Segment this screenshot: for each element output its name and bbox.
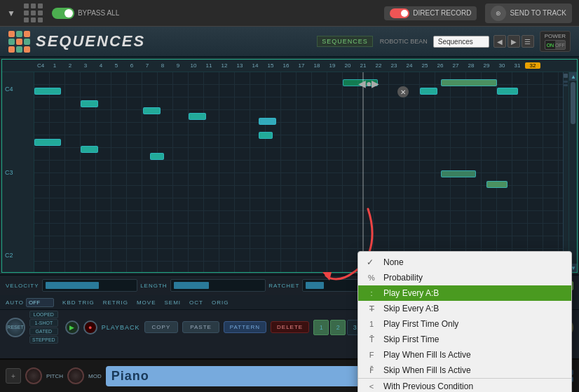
retrig-label: RETRIG [103, 299, 128, 306]
gated-mode[interactable]: GATED [29, 327, 58, 335]
run-button[interactable]: ▶ [65, 320, 79, 334]
direct-record-button[interactable]: DIRECT RECORD [384, 6, 477, 20]
direct-record-pill [390, 8, 409, 18]
dd-item-probability[interactable]: % Probability [358, 270, 571, 285]
retrig-section: RETRIG [103, 299, 128, 306]
preset-next-button[interactable]: ▶ [508, 35, 520, 48]
dd-item-play-first[interactable]: 1 Play First Time Only [358, 316, 571, 332]
scroll-up-arrow[interactable]: ▲ [569, 72, 577, 81]
bypass-toggle[interactable]: BYPASS ALL [52, 8, 119, 19]
ruler-num-3: 3 [78, 62, 93, 69]
note-3[interactable] [143, 107, 161, 114]
dd-item-none[interactable]: ✓ None [358, 255, 571, 270]
ruler-num-19: 19 [325, 62, 340, 69]
auto-dropdown[interactable]: OFF [26, 298, 54, 307]
playhead [362, 72, 364, 272]
condition-dropdown[interactable]: ✓ None % Probability : Play Every A:B T̶… [357, 251, 572, 392]
auto-section: AUTO OFF [6, 298, 54, 307]
key-c3: C3 [2, 158, 34, 187]
send-to-track-button[interactable]: ⊛ SEND TO TRACK [485, 4, 572, 23]
ruler-num-14: 14 [247, 62, 263, 69]
stepped-mode[interactable]: STEPPED [29, 336, 58, 344]
dd-item-play-every[interactable]: : Play Every A:B [358, 285, 571, 301]
note-15[interactable] [259, 132, 273, 139]
ruler-num-1: 1 [47, 62, 62, 69]
dd-item-skip-first[interactable]: T̄ Skip First Time [358, 332, 571, 347]
note-7[interactable] [420, 88, 437, 95]
ruler-num-15: 15 [263, 62, 278, 69]
mod-label: MOD [88, 373, 102, 379]
note-8[interactable] [441, 79, 497, 86]
ruler-num-10: 10 [186, 62, 201, 69]
playback-label: PLAYBACK [102, 324, 140, 331]
step-2[interactable]: 2 [330, 320, 346, 335]
dd-item-skip-every[interactable]: T̶ Skip Every A:B [358, 301, 571, 316]
semi-label: SEMI [165, 299, 182, 306]
pattern-button[interactable]: PATTERN [224, 321, 266, 333]
dd-label-skip-every: Skip Every A:B [383, 304, 563, 313]
piano-keys: C4 C3 C2 [2, 72, 34, 272]
ruler-num-29: 29 [479, 62, 494, 69]
move-section: MOVE [137, 299, 156, 306]
note-2[interactable] [81, 100, 98, 107]
ratchet-fill [306, 282, 323, 289]
ruler-num-26: 26 [432, 62, 448, 69]
mod-knob[interactable] [67, 367, 84, 384]
note-14[interactable] [486, 181, 508, 188]
preset-prev-button[interactable]: ◀ [493, 35, 506, 48]
delete-button[interactable]: DELETE [271, 321, 309, 333]
paste-button[interactable]: PASTE [182, 321, 219, 333]
delete-marker[interactable]: ✕ [397, 86, 409, 97]
scroll-track[interactable] [569, 81, 577, 264]
ruler-num-12: 12 [217, 62, 232, 69]
power-label: POWER [545, 33, 566, 39]
roll-grid[interactable]: ◀●▶ ✕ [34, 72, 568, 272]
note-1[interactable] [34, 88, 61, 95]
chevron-down-icon[interactable]: ▼ [7, 8, 15, 18]
power-button[interactable]: POWER ON OFF [540, 31, 571, 52]
ruler-num-9: 9 [170, 62, 186, 69]
roll-scroll: C4 C3 C2 [2, 72, 577, 272]
note-11[interactable] [81, 146, 98, 153]
skip-first-shortcut: T̄ [367, 335, 376, 344]
note-9[interactable] [497, 88, 518, 95]
piano-roll-area: C4 1 2 3 4 5 6 7 8 9 10 11 12 13 14 15 1… [1, 59, 578, 273]
add-track-button[interactable]: + [6, 368, 21, 384]
power-switch[interactable]: ON OFF [545, 40, 566, 50]
move-label: MOVE [137, 299, 156, 306]
reset-knob[interactable]: RESET [6, 318, 25, 337]
note-4[interactable] [189, 113, 206, 120]
looped-mode[interactable]: LOOPED [29, 311, 58, 318]
bypass-pill[interactable] [52, 8, 74, 19]
ruler-num-16: 16 [278, 62, 294, 69]
dd-item-play-fill[interactable]: F Play When Fill Is Active [358, 347, 571, 363]
ruler-num-22: 22 [371, 62, 386, 69]
dd-label-with-prev: With Previous Condition [383, 381, 563, 391]
scroll-thumb[interactable] [571, 82, 575, 124]
step-1[interactable]: 1 [313, 320, 329, 335]
length-bar[interactable] [170, 279, 266, 292]
note-10[interactable] [34, 139, 61, 146]
ruler-num-23: 23 [386, 62, 402, 69]
scrollbar-vertical[interactable]: ▲ ▼ [568, 72, 577, 272]
dd-label-skip-first: Skip First Time [383, 334, 563, 344]
note-6[interactable] [343, 79, 378, 86]
oneshot-mode[interactable]: 1-SHOT [29, 319, 58, 327]
key-c2: C2 [2, 241, 34, 269]
dd-item-with-prev[interactable]: < With Previous Condition [358, 378, 571, 392]
note-13[interactable] [441, 170, 476, 177]
dd-label-skip-fill: Skip When Fill Is Active [383, 365, 563, 375]
dd-item-skip-fill[interactable]: F̄ Skip When Fill Is Active [358, 363, 571, 378]
velocity-bar[interactable] [42, 279, 138, 292]
ruler-num-18: 18 [309, 62, 325, 69]
note-5[interactable] [259, 118, 276, 125]
copy-button[interactable]: COPY [144, 321, 179, 333]
pitch-knob[interactable] [25, 367, 42, 384]
preset-menu-button[interactable]: ☰ [522, 35, 534, 48]
dd-label-probability: Probability [383, 273, 563, 283]
rec-button[interactable]: ● [83, 320, 97, 334]
note-12[interactable] [150, 153, 164, 160]
ruler-num-21: 21 [355, 62, 371, 69]
ruler-num-5: 5 [109, 62, 124, 69]
preset-selector[interactable]: Sequences [433, 36, 489, 48]
